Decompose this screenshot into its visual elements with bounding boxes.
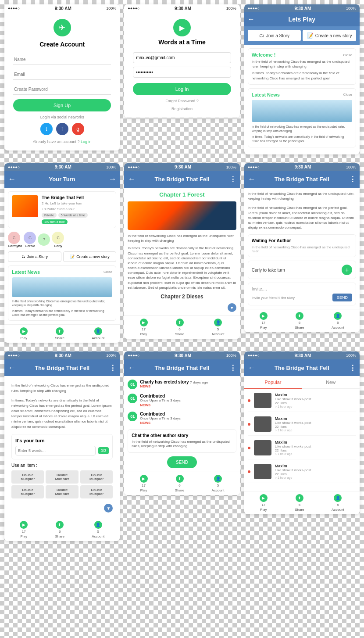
popular-tab[interactable]: Popular bbox=[244, 376, 302, 389]
nav-share-6[interactable]: ⬆ 6 Share bbox=[295, 494, 304, 512]
badge-turns: 192 turn a take bbox=[42, 219, 68, 224]
wat-email-input[interactable] bbox=[133, 52, 231, 63]
google-button[interactable]: g bbox=[72, 123, 84, 135]
chapter-image bbox=[128, 201, 236, 230]
lets-play-navbar: ← Lets Play bbox=[244, 12, 360, 26]
password-input[interactable] bbox=[13, 84, 111, 95]
more-icon[interactable]: ⋮ bbox=[349, 364, 356, 372]
more-icon[interactable]: ⋮ bbox=[229, 364, 236, 372]
word-input[interactable] bbox=[15, 446, 96, 455]
activity-sub-3: Once Upon a Time 3 days bbox=[140, 416, 236, 421]
activity-content: 01 Charly has creted story 7 days ago NE… bbox=[124, 376, 239, 472]
item-btn-6[interactable]: DoubleMultiplier bbox=[80, 485, 113, 498]
share-icon-6: ⬆ bbox=[296, 494, 303, 502]
yt-news-close[interactable]: Close bbox=[103, 270, 112, 274]
nav-account[interactable]: 👤 Account bbox=[92, 327, 104, 340]
popular-navbar: ← The Bridge That Fell ⋮ bbox=[244, 359, 360, 376]
invite-send-button[interactable]: SEND bbox=[332, 294, 352, 301]
pop-time-2: ○ 1 hour ago bbox=[275, 429, 356, 432]
join-story-btn[interactable]: 🗂 Join a Story bbox=[8, 251, 61, 262]
facebook-button[interactable]: f bbox=[56, 123, 68, 135]
nav-share-4[interactable]: ⬆ 6 Share bbox=[55, 521, 64, 538]
wat-icon: ▶ bbox=[173, 19, 191, 36]
name-input[interactable] bbox=[13, 54, 111, 65]
create-new-btn[interactable]: 📝 Create a new story bbox=[63, 251, 117, 262]
waiting-nav-title: The Bridge That Fell bbox=[275, 176, 329, 183]
status-bar-6: ●●●●○ 9:30 AM 100% bbox=[244, 163, 360, 171]
back-icon[interactable]: ← bbox=[248, 15, 255, 23]
chapter-1-heading: Chapter 1 Forest bbox=[128, 191, 236, 198]
pop-name-4: Maxim bbox=[275, 464, 356, 468]
registration-link[interactable]: Registration bbox=[133, 107, 231, 111]
nav-share[interactable]: ⬆ Share bbox=[55, 327, 64, 340]
twitter-button[interactable]: t bbox=[40, 123, 53, 135]
create-story-tab[interactable]: 📝 Create a new story bbox=[303, 30, 356, 41]
phone-lets-play: ●●●●○ 9:30 AM 100% ← Lets Play 🗂 Join a … bbox=[242, 2, 362, 157]
nav-play-4[interactable]: ▶ 17 Play bbox=[20, 521, 28, 538]
activity-circle-3: 01 bbox=[128, 412, 137, 421]
back-icon[interactable]: ← bbox=[248, 175, 256, 184]
create-account-title: Create Account bbox=[13, 41, 111, 48]
more-icon[interactable]: ⋮ bbox=[349, 175, 356, 183]
bottom-nav-4: ▶ 17 Play ⬆ 6 Share 👤 5 Account bbox=[4, 518, 120, 541]
chat-title: Chat the other author story bbox=[132, 433, 232, 438]
login-button[interactable]: Log In bbox=[133, 83, 231, 95]
welcome-close-btn[interactable]: Close bbox=[343, 53, 352, 57]
item-btn-1[interactable]: DoubleMultiplier bbox=[11, 470, 44, 484]
forward-icon[interactable]: → bbox=[108, 175, 116, 184]
more-icon[interactable]: ⋮ bbox=[229, 175, 236, 183]
activity-navbar: ← The Bridge That Fell ⋮ bbox=[124, 359, 239, 376]
back-icon[interactable]: ← bbox=[128, 175, 136, 184]
your-turn-navbar: ← Your Turn → bbox=[4, 171, 120, 188]
nav-play-2[interactable]: ▶ 17 Play bbox=[140, 319, 148, 336]
nav-account-2[interactable]: 👤 5 Account bbox=[212, 319, 225, 336]
back-icon[interactable]: ← bbox=[128, 363, 136, 373]
popular-nav-title: The Bridge That Fell bbox=[275, 365, 329, 371]
item-btn-5[interactable]: DoubleMultiplier bbox=[46, 485, 78, 498]
activity-info-3: Contributed Once Upon a Time 3 days NEWS bbox=[140, 412, 236, 425]
status-bar-4: ●●●●○ 9:30 AM 100% bbox=[4, 163, 120, 171]
nav-account-5[interactable]: 👤 5 Account bbox=[212, 475, 225, 492]
join-story-tab[interactable]: 🗂 Join a Story bbox=[248, 30, 301, 41]
carly-plus-button[interactable]: + bbox=[342, 265, 352, 275]
login-link[interactable]: Log in bbox=[81, 140, 92, 144]
phone-chapter-forest: ●●●●○ 9:30 AM 100% ← The Bridge That Fel… bbox=[122, 161, 242, 345]
pop-desc-1: Like show it works-post bbox=[275, 397, 356, 401]
activity-info-1: Charly has creted story 7 days ago NEWS bbox=[140, 380, 236, 388]
news-close-btn[interactable]: Close bbox=[343, 93, 352, 97]
forgot-password-link[interactable]: Forgot Password ? bbox=[133, 99, 231, 103]
nav-account-6[interactable]: 👤 5 Account bbox=[332, 494, 344, 512]
item-btn-4[interactable]: DoubleMultiplier bbox=[11, 485, 44, 498]
back-icon[interactable]: ← bbox=[8, 175, 16, 184]
nav-account-3[interactable]: 👤 5 Account bbox=[332, 312, 344, 330]
create-icon: 📝 bbox=[307, 32, 314, 39]
account-icon-4: 👤 bbox=[94, 521, 102, 529]
wat-password-input[interactable] bbox=[133, 67, 231, 78]
share-icon-3: ⬆ bbox=[296, 312, 303, 320]
chat-text: In the field of networking Cisco has eme… bbox=[132, 440, 232, 449]
more-icon[interactable]: ⋮ bbox=[109, 364, 116, 372]
waiting-body-text-2: In the field of networking Cisco has eme… bbox=[248, 205, 356, 230]
item-btn-3[interactable]: DoubleMultiplier bbox=[80, 470, 113, 484]
activity-label-3: NEWS bbox=[140, 421, 236, 425]
news-img-inner bbox=[252, 100, 352, 122]
nav-account-4[interactable]: 👤 5 Account bbox=[92, 521, 104, 538]
new-tab[interactable]: New bbox=[302, 376, 360, 388]
phone-story-edit: ●●●●○ 9:30 AM 100% ← The Bridge That Fel… bbox=[2, 349, 122, 543]
nav-play-3[interactable]: ▶ 17 Play bbox=[260, 312, 268, 330]
activity-send-button[interactable]: SEND bbox=[167, 456, 197, 468]
signup-button[interactable]: Sign Up bbox=[13, 99, 111, 111]
nav-share-5[interactable]: ⬆ 6 Share bbox=[175, 475, 184, 492]
nav-share-3[interactable]: ⬆ 6 Share bbox=[295, 312, 304, 330]
pop-thumb-2 bbox=[254, 416, 271, 432]
nav-play[interactable]: ▶ Your Turn Play bbox=[20, 327, 28, 340]
back-icon[interactable]: ← bbox=[8, 363, 16, 373]
back-icon[interactable]: ← bbox=[248, 363, 256, 373]
nav-play-6[interactable]: ▶ 17 Play bbox=[260, 494, 268, 512]
item-btn-2[interactable]: DoubleMultiplier bbox=[46, 470, 78, 484]
rank-dot-3 bbox=[248, 447, 250, 449]
nav-play-5[interactable]: ▶ 17 Play bbox=[140, 475, 148, 492]
nav-share-2[interactable]: ⬆ 6 Share bbox=[175, 319, 184, 336]
story-body-text-1: In the field of networking Cisco has eme… bbox=[11, 383, 113, 394]
email-input[interactable] bbox=[13, 69, 111, 80]
